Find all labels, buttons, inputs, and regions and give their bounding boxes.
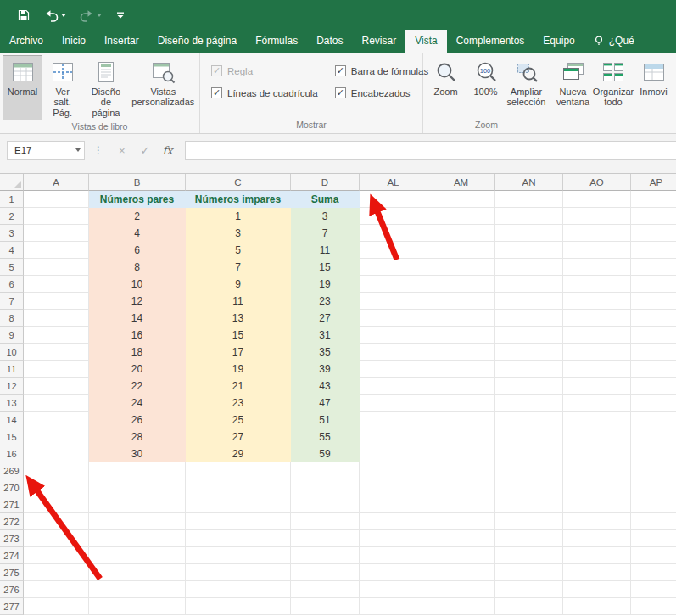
col-header-A[interactable]: A (24, 174, 89, 191)
cell-A5[interactable] (24, 259, 89, 276)
cell-AL269[interactable] (360, 462, 427, 479)
cell-AP273[interactable] (631, 530, 676, 547)
cell-B2[interactable]: 2 (89, 208, 186, 225)
row-header-12[interactable]: 12 (0, 378, 24, 395)
cell-C12[interactable]: 21 (186, 378, 291, 395)
row-header-271[interactable]: 271 (0, 496, 24, 513)
tab-insertar[interactable]: Insertar (95, 30, 148, 53)
row-header-276[interactable]: 276 (0, 581, 24, 598)
cell-AN10[interactable] (495, 344, 563, 361)
row-header-7[interactable]: 7 (0, 293, 24, 310)
cell-AL1[interactable] (360, 191, 427, 208)
cell-A8[interactable] (24, 310, 89, 327)
cell-AP5[interactable] (631, 259, 676, 276)
row-header-6[interactable]: 6 (0, 276, 24, 293)
cell-AO2[interactable] (563, 208, 631, 225)
cell-A9[interactable] (24, 327, 89, 344)
tab-diseno-de-pagina[interactable]: Diseño de página (148, 30, 246, 53)
custom-views-button[interactable]: Vistas personalizadas (130, 55, 197, 120)
cell-AM14[interactable] (427, 412, 495, 428)
cell-AM1[interactable] (427, 191, 495, 208)
cell-B275[interactable] (89, 564, 186, 581)
cell-C2[interactable]: 1 (186, 208, 291, 225)
row-header-5[interactable]: 5 (0, 259, 24, 276)
cell-AN276[interactable] (495, 581, 563, 598)
cell-AO4[interactable] (563, 242, 631, 259)
cell-D277[interactable] (291, 598, 360, 615)
cell-A11[interactable] (24, 361, 89, 378)
cell-A2[interactable] (24, 208, 89, 225)
row-header-270[interactable]: 270 (0, 479, 24, 496)
cell-B3[interactable]: 4 (89, 225, 186, 242)
cell-A3[interactable] (24, 225, 89, 242)
cell-D274[interactable] (291, 547, 360, 564)
cell-A272[interactable] (24, 513, 89, 530)
row-header-15[interactable]: 15 (0, 428, 24, 445)
row-header-1[interactable]: 1 (0, 191, 24, 208)
cell-AN1[interactable] (495, 191, 563, 208)
row-header-4[interactable]: 4 (0, 242, 24, 259)
cell-AO1[interactable] (563, 191, 631, 208)
tab-archivo[interactable]: Archivo (0, 30, 53, 53)
cell-AO9[interactable] (563, 327, 631, 344)
cell-AL7[interactable] (360, 293, 427, 310)
cell-AL277[interactable] (360, 598, 427, 615)
select-all-button[interactable] (0, 174, 24, 191)
checkbox-encabezados[interactable]: ✓Encabezados (335, 87, 428, 98)
tab-vista[interactable]: Vista (405, 30, 446, 53)
cell-AM15[interactable] (427, 428, 495, 445)
cell-AO13[interactable] (563, 395, 631, 412)
cell-AN14[interactable] (495, 412, 563, 428)
cell-AP11[interactable] (631, 361, 676, 378)
zoom-button[interactable]: Zoom (426, 55, 466, 119)
cell-AL8[interactable] (360, 310, 427, 327)
cell-AN272[interactable] (495, 513, 563, 530)
zoom-to-selection-button[interactable]: Ampliar selección (506, 55, 547, 119)
cell-B276[interactable] (89, 581, 186, 598)
cell-AO6[interactable] (563, 276, 631, 293)
cell-AO11[interactable] (563, 361, 631, 378)
cell-AM6[interactable] (427, 276, 495, 293)
cell-C1[interactable]: Números impares (186, 191, 291, 208)
cell-A274[interactable] (24, 547, 89, 564)
cell-AL273[interactable] (360, 530, 427, 547)
cell-AO7[interactable] (563, 293, 631, 310)
cell-AO269[interactable] (563, 462, 631, 479)
cell-D270[interactable] (291, 479, 360, 496)
col-header-AO[interactable]: AO (563, 174, 631, 191)
row-header-274[interactable]: 274 (0, 547, 24, 564)
cell-AO277[interactable] (563, 598, 631, 615)
cell-AL15[interactable] (360, 428, 427, 445)
cell-AP274[interactable] (631, 547, 676, 564)
cell-D3[interactable]: 7 (291, 225, 360, 242)
cell-B7[interactable]: 12 (89, 293, 186, 310)
row-header-3[interactable]: 3 (0, 225, 24, 242)
cell-AO3[interactable] (563, 225, 631, 242)
cell-D14[interactable]: 51 (291, 412, 360, 428)
cell-B6[interactable]: 10 (89, 276, 186, 293)
cell-C274[interactable] (186, 547, 291, 564)
cell-D2[interactable]: 3 (291, 208, 360, 225)
cell-AN275[interactable] (495, 564, 563, 581)
cell-D16[interactable]: 59 (291, 445, 360, 462)
new-window-button[interactable]: Nueva ventana (553, 55, 593, 119)
cell-AL10[interactable] (360, 344, 427, 361)
cell-C8[interactable]: 13 (186, 310, 291, 327)
col-header-AN[interactable]: AN (495, 174, 563, 191)
cell-C5[interactable]: 7 (186, 259, 291, 276)
cell-A269[interactable] (24, 462, 89, 479)
cell-C271[interactable] (186, 496, 291, 513)
cell-AP272[interactable] (631, 513, 676, 530)
cell-AP269[interactable] (631, 462, 676, 479)
customize-quick-access-button[interactable] (110, 7, 131, 24)
cell-AO276[interactable] (563, 581, 631, 598)
cell-A14[interactable] (24, 412, 89, 428)
zoom-100-button[interactable]: 100 100% (466, 55, 506, 119)
cell-D7[interactable]: 23 (291, 293, 360, 310)
col-header-D[interactable]: D (291, 174, 360, 191)
cell-AM13[interactable] (427, 395, 495, 412)
cell-AL275[interactable] (360, 564, 427, 581)
freeze-panes-button[interactable]: Inmovi (634, 55, 673, 119)
cell-A12[interactable] (24, 378, 89, 395)
cell-AM272[interactable] (427, 513, 495, 530)
